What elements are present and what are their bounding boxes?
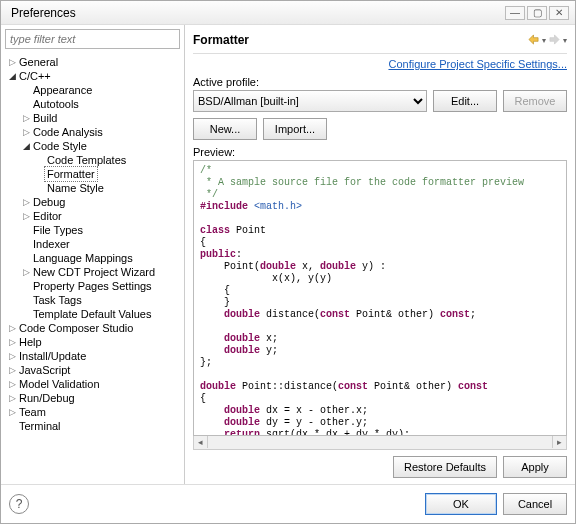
- window-title: Preferences: [7, 6, 505, 20]
- tree-item-install-update[interactable]: ▷Install/Update: [3, 349, 182, 363]
- minimize-button[interactable]: —: [505, 6, 525, 20]
- code-token: ;: [470, 309, 476, 320]
- tree-item-code-analysis[interactable]: ▷Code Analysis: [3, 125, 182, 139]
- restore-defaults-button[interactable]: Restore Defaults: [393, 456, 497, 478]
- sidebar: ▷General◢C/C++AppearanceAutotools▷Build▷…: [1, 25, 185, 484]
- scroll-right-icon[interactable]: ▸: [552, 436, 566, 448]
- separator: [193, 53, 567, 54]
- code-token: :: [236, 249, 242, 260]
- preview-area: /* * A sample source file for the code f…: [193, 160, 567, 436]
- tree-item-file-types[interactable]: File Types: [3, 223, 182, 237]
- tree-item-help[interactable]: ▷Help: [3, 335, 182, 349]
- remove-button: Remove: [503, 90, 567, 112]
- tree-item-label: Editor: [31, 209, 62, 223]
- nav-fwd-menu-icon[interactable]: ▾: [563, 36, 567, 45]
- tree-item-appearance[interactable]: Appearance: [3, 83, 182, 97]
- tree-item-run-debug[interactable]: ▷Run/Debug: [3, 391, 182, 405]
- window-controls: — ▢ ✕: [505, 6, 569, 20]
- filter-input[interactable]: [5, 29, 180, 49]
- tree-item-label: Template Default Values: [31, 307, 151, 321]
- tree-item-property-pages-settings[interactable]: Property Pages Settings: [3, 279, 182, 293]
- code-token: public: [200, 249, 236, 260]
- tree-item-label: Name Style: [45, 181, 104, 195]
- tree-item-team[interactable]: ▷Team: [3, 405, 182, 419]
- code-token: [200, 333, 224, 344]
- active-profile-select[interactable]: BSD/Allman [built-in]: [193, 90, 427, 112]
- tree-item-code-templates[interactable]: Code Templates: [3, 153, 182, 167]
- tree-item-new-cdt-project-wizard[interactable]: ▷New CDT Project Wizard: [3, 265, 182, 279]
- tree-item-code-style[interactable]: ◢Code Style: [3, 139, 182, 153]
- tree-twisty-icon[interactable]: ▷: [21, 209, 31, 223]
- tree-twisty-icon[interactable]: ▷: [7, 335, 17, 349]
- tree-item-label: Language Mappings: [31, 251, 133, 265]
- tree-item-task-tags[interactable]: Task Tags: [3, 293, 182, 307]
- tree-item-template-default-values[interactable]: Template Default Values: [3, 307, 182, 321]
- code-token: [200, 417, 224, 428]
- tree-item-label: New CDT Project Wizard: [31, 265, 155, 279]
- tree-item-label: Terminal: [17, 419, 61, 433]
- tree-twisty-icon[interactable]: ▷: [7, 321, 17, 335]
- tree-item-autotools[interactable]: Autotools: [3, 97, 182, 111]
- tree-item-general[interactable]: ▷General: [3, 55, 182, 69]
- code-line: }: [200, 297, 230, 308]
- import-button[interactable]: Import...: [263, 118, 327, 140]
- tree-item-javascript[interactable]: ▷JavaScript: [3, 363, 182, 377]
- nav-buttons: ▾ ▾: [528, 34, 567, 47]
- tree-twisty-icon[interactable]: ▷: [21, 125, 31, 139]
- close-button[interactable]: ✕: [549, 6, 569, 20]
- tree-item-editor[interactable]: ▷Editor: [3, 209, 182, 223]
- code-token: [200, 429, 224, 436]
- ok-button[interactable]: OK: [425, 493, 497, 515]
- preferences-tree[interactable]: ▷General◢C/C++AppearanceAutotools▷Build▷…: [1, 53, 184, 484]
- tree-item-code-composer-studio[interactable]: ▷Code Composer Studio: [3, 321, 182, 335]
- configure-project-link[interactable]: Configure Project Specific Settings...: [388, 58, 567, 70]
- help-icon[interactable]: ?: [9, 494, 29, 514]
- tree-twisty-icon[interactable]: ▷: [7, 55, 17, 69]
- link-row: Configure Project Specific Settings...: [193, 58, 567, 70]
- code-token: double: [224, 333, 260, 344]
- tree-twisty-icon[interactable]: ▷: [7, 391, 17, 405]
- tree-item-terminal[interactable]: Terminal: [3, 419, 182, 433]
- filter-container: [5, 29, 180, 49]
- code-token: Point& other): [368, 381, 458, 392]
- tree-item-model-validation[interactable]: ▷Model Validation: [3, 377, 182, 391]
- tree-twisty-icon[interactable]: ▷: [21, 195, 31, 209]
- nav-fwd-icon: [549, 34, 560, 47]
- scroll-left-icon[interactable]: ◂: [194, 436, 208, 448]
- tree-item-c-c-[interactable]: ◢C/C++: [3, 69, 182, 83]
- active-profile-label: Active profile:: [193, 76, 567, 88]
- code-token: x,: [296, 261, 320, 272]
- code-token: x;: [260, 333, 278, 344]
- code-token: double: [224, 345, 260, 356]
- code-token: y) :: [356, 261, 386, 272]
- tree-twisty-icon[interactable]: ◢: [21, 139, 31, 153]
- code-line: */: [200, 189, 218, 200]
- code-token: [200, 345, 224, 356]
- tree-twisty-icon[interactable]: ▷: [21, 111, 31, 125]
- tree-twisty-icon[interactable]: ▷: [21, 265, 31, 279]
- edit-button[interactable]: Edit...: [433, 90, 497, 112]
- tree-twisty-icon[interactable]: ▷: [7, 377, 17, 391]
- nav-back-menu-icon[interactable]: ▾: [542, 36, 546, 45]
- tree-twisty-icon[interactable]: ▷: [7, 363, 17, 377]
- tree-twisty-icon[interactable]: ▷: [7, 349, 17, 363]
- tree-item-build[interactable]: ▷Build: [3, 111, 182, 125]
- new-button[interactable]: New...: [193, 118, 257, 140]
- tree-item-formatter[interactable]: Formatter: [3, 167, 182, 181]
- tree-twisty-icon[interactable]: ▷: [7, 405, 17, 419]
- tree-item-name-style[interactable]: Name Style: [3, 181, 182, 195]
- code-token: Point(: [200, 261, 260, 272]
- apply-button[interactable]: Apply: [503, 456, 567, 478]
- nav-back-icon[interactable]: [528, 34, 539, 47]
- tree-item-label: Team: [17, 405, 46, 419]
- code-token: [200, 309, 224, 320]
- maximize-button[interactable]: ▢: [527, 6, 547, 20]
- tree-item-indexer[interactable]: Indexer: [3, 237, 182, 251]
- tree-item-language-mappings[interactable]: Language Mappings: [3, 251, 182, 265]
- cancel-button[interactable]: Cancel: [503, 493, 567, 515]
- tree-item-label: Debug: [31, 195, 65, 209]
- tree-item-debug[interactable]: ▷Debug: [3, 195, 182, 209]
- preview-h-scrollbar[interactable]: ◂ ▸: [193, 436, 567, 450]
- code-token: y;: [260, 345, 278, 356]
- tree-twisty-icon[interactable]: ◢: [7, 69, 17, 83]
